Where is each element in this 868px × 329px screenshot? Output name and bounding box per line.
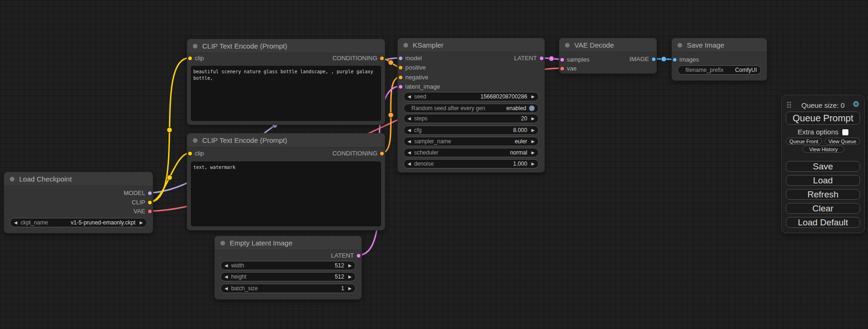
- widget-sampler_name[interactable]: ◀sampler_nameeuler▶: [403, 137, 539, 146]
- clear-button[interactable]: Clear: [786, 203, 860, 214]
- collapse-dot-icon[interactable]: [193, 44, 198, 49]
- widget-scheduler[interactable]: ◀schedulernormal▶: [403, 148, 539, 157]
- node-empty-latent[interactable]: Empty Latent ImageLATENT◀width512▶◀heigh…: [214, 236, 362, 300]
- queue-prompt-button[interactable]: Queue Prompt: [786, 112, 860, 125]
- node-graph-canvas[interactable]: Load CheckpointMODELCLIPVAE◀ckpt_namev1-…: [0, 0, 868, 329]
- input-port-positive-dot[interactable]: [398, 65, 403, 70]
- increment-arrow-icon[interactable]: ▶: [531, 148, 535, 157]
- widget-steps[interactable]: ◀steps20▶: [403, 114, 539, 123]
- output-port-LATENT-dot[interactable]: [356, 253, 361, 258]
- node-title-bar[interactable]: Empty Latent Image: [215, 236, 361, 250]
- node-ksampler[interactable]: KSamplermodelpositivenegativelatent_imag…: [397, 38, 545, 173]
- save-button[interactable]: Save: [786, 161, 860, 172]
- increment-arrow-icon[interactable]: ▶: [531, 126, 535, 135]
- view-history-button[interactable]: View History: [803, 146, 844, 153]
- node-title-bar[interactable]: CLIP Text Encode (Prompt): [187, 39, 385, 53]
- increment-arrow-icon[interactable]: ▶: [531, 92, 535, 101]
- collapse-dot-icon[interactable]: [10, 177, 14, 182]
- node-title: VAE Decode: [574, 41, 614, 49]
- input-port-clip-dot[interactable]: [188, 151, 192, 156]
- widget-filename_prefix[interactable]: filename_prefixComfyUI: [677, 65, 761, 75]
- node-title-bar[interactable]: Load Checkpoint: [4, 172, 153, 186]
- node-clip-encode-1[interactable]: CLIP Text Encode (Prompt)clipCONDITIONIN…: [187, 39, 385, 125]
- node-load-checkpoint[interactable]: Load CheckpointMODELCLIPVAE◀ckpt_namev1-…: [4, 172, 153, 233]
- widget-label: width: [231, 262, 244, 269]
- collapse-dot-icon[interactable]: [677, 43, 682, 48]
- widget-Random seed after every gen[interactable]: Random seed after every genenabled: [403, 104, 539, 113]
- extra-options-checkbox[interactable]: [842, 129, 848, 135]
- input-port-negative-label: negative: [405, 74, 428, 81]
- refresh-button[interactable]: Refresh: [786, 189, 860, 200]
- input-port-clip-dot[interactable]: [188, 56, 192, 61]
- decrement-arrow-icon[interactable]: ◀: [14, 218, 17, 227]
- node-save-image[interactable]: Save Imageimagesfilename_prefixComfyUI: [671, 38, 767, 81]
- toggle-indicator[interactable]: [529, 105, 535, 111]
- input-port-latent_image-dot[interactable]: [398, 84, 403, 89]
- node-title-bar[interactable]: VAE Decode: [559, 38, 656, 52]
- widget-label: scheduler: [414, 149, 438, 156]
- collapse-dot-icon[interactable]: [193, 138, 198, 143]
- decrement-arrow-icon[interactable]: ◀: [408, 92, 411, 101]
- collapse-dot-icon[interactable]: [403, 43, 408, 48]
- widget-value: 156680208700286: [480, 93, 527, 100]
- view-queue-button[interactable]: View Queue: [825, 138, 860, 145]
- decrement-arrow-icon[interactable]: ◀: [408, 137, 411, 146]
- widget-value: 1: [341, 285, 344, 292]
- decrement-arrow-icon[interactable]: ◀: [225, 284, 228, 293]
- output-port-CONDITIONING-dot[interactable]: [380, 151, 384, 156]
- input-port-vae-dot[interactable]: [560, 66, 565, 71]
- output-port-CLIP-dot[interactable]: [148, 200, 152, 205]
- widget-seed[interactable]: ◀seed156680208700286▶: [403, 92, 539, 101]
- gear-icon[interactable]: ⚙: [853, 99, 860, 109]
- increment-arrow-icon[interactable]: ▶: [140, 218, 143, 227]
- widget-label: height: [231, 273, 247, 280]
- widget-value: euler: [515, 138, 527, 145]
- prompt-textarea[interactable]: text, watermark: [191, 161, 381, 226]
- widget-value: 8.000: [513, 127, 527, 133]
- decrement-arrow-icon[interactable]: ◀: [408, 114, 411, 123]
- node-title: KSampler: [413, 41, 444, 49]
- input-port-images-dot[interactable]: [672, 57, 677, 62]
- output-port-LATENT-dot[interactable]: [539, 56, 544, 61]
- increment-arrow-icon[interactable]: ▶: [531, 159, 535, 168]
- node-title: CLIP Text Encode (Prompt): [202, 136, 287, 144]
- output-port-IMAGE-dot[interactable]: [651, 57, 656, 62]
- input-port-model-dot[interactable]: [398, 56, 403, 61]
- decrement-arrow-icon[interactable]: ◀: [225, 272, 228, 281]
- increment-arrow-icon[interactable]: ▶: [348, 284, 352, 293]
- node-title-bar[interactable]: CLIP Text Encode (Prompt): [187, 133, 385, 147]
- decrement-arrow-icon[interactable]: ◀: [408, 148, 411, 157]
- widget-value: 1.000: [513, 161, 527, 167]
- collapse-dot-icon[interactable]: [220, 241, 225, 245]
- node-title-bar[interactable]: Save Image: [672, 38, 767, 52]
- increment-arrow-icon[interactable]: ▶: [348, 261, 352, 270]
- prompt-textarea[interactable]: beautiful scenery nature glass bottle la…: [191, 66, 381, 121]
- input-port-negative-dot[interactable]: [398, 75, 403, 80]
- widget-label: denoise: [414, 161, 434, 167]
- output-port-VAE-dot[interactable]: [148, 209, 152, 214]
- input-port-samples-dot[interactable]: [560, 57, 565, 62]
- widget-cfg[interactable]: ◀cfg8.000▶: [403, 126, 539, 135]
- increment-arrow-icon[interactable]: ▶: [348, 272, 352, 281]
- load-button[interactable]: Load: [786, 175, 860, 186]
- widget-height[interactable]: ◀height512▶: [220, 272, 356, 281]
- widget-label: filename_prefix: [685, 67, 723, 73]
- increment-arrow-icon[interactable]: ▶: [531, 114, 535, 123]
- widget-width[interactable]: ◀width512▶: [220, 261, 356, 270]
- widget-denoise[interactable]: ◀denoise1.000▶: [403, 159, 539, 168]
- node-clip-encode-2[interactable]: CLIP Text Encode (Prompt)clipCONDITIONIN…: [187, 133, 385, 231]
- collapse-dot-icon[interactable]: [565, 43, 570, 48]
- node-vae-decode[interactable]: VAE DecodesamplesvaeIMAGE: [559, 38, 657, 74]
- widget-ckpt_name[interactable]: ◀ckpt_namev1-5-pruned-emaonly.ckpt▶: [10, 218, 147, 227]
- queue-front-button[interactable]: Queue Front: [786, 138, 822, 145]
- input-port-images-label: images: [679, 56, 699, 63]
- decrement-arrow-icon[interactable]: ◀: [408, 126, 411, 135]
- output-port-CONDITIONING-dot[interactable]: [380, 56, 384, 61]
- node-title-bar[interactable]: KSampler: [398, 38, 544, 52]
- load-default-button[interactable]: Load Default: [786, 217, 860, 228]
- output-port-MODEL-dot[interactable]: [148, 191, 152, 196]
- decrement-arrow-icon[interactable]: ◀: [408, 159, 411, 168]
- widget-batch_size[interactable]: ◀batch_size1▶: [220, 284, 356, 293]
- decrement-arrow-icon[interactable]: ◀: [225, 261, 228, 270]
- increment-arrow-icon[interactable]: ▶: [531, 137, 535, 146]
